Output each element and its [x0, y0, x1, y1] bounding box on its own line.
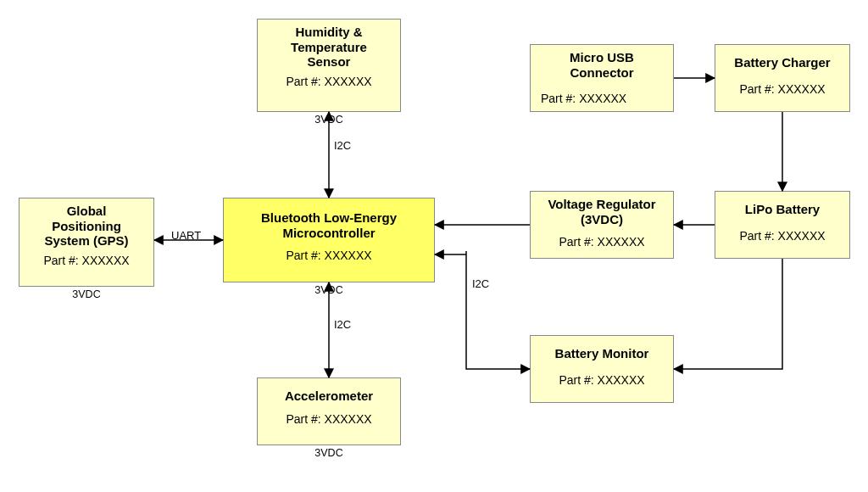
block-part: Part #: XXXXXX — [721, 229, 844, 243]
voltage-label: 3VDC — [19, 288, 154, 300]
block-title: Humidity &TemperatureSensor — [263, 25, 395, 70]
block-part: Part #: XXXXXX — [536, 373, 668, 388]
block-title: Battery Charger — [721, 55, 844, 70]
block-part: Part #: XXXXXX — [229, 249, 429, 263]
block-gps: GlobalPositioningSystem (GPS) Part #: XX… — [19, 198, 154, 287]
block-title: Bluetooth Low-EnergyMicrocontroller — [229, 210, 429, 240]
block-usb-connector: Micro USBConnector Part #: XXXXXX — [530, 44, 674, 112]
block-title: Voltage Regulator(3VDC) — [536, 197, 668, 226]
voltage-label: 3VDC — [257, 447, 401, 459]
block-title: Micro USBConnector — [536, 50, 668, 80]
block-voltage-regulator: Voltage Regulator(3VDC) Part #: XXXXXX — [530, 191, 674, 259]
block-title: GlobalPositioningSystem (GPS) — [25, 204, 148, 249]
voltage-label: 3VDC — [257, 114, 401, 126]
edge-label-i2c-top: I2C — [332, 139, 353, 152]
block-lipo-battery: LiPo Battery Part #: XXXXXX — [715, 191, 850, 259]
block-part: Part #: XXXXXX — [263, 412, 395, 427]
edge-label-i2c-right: I2C — [470, 277, 491, 290]
voltage-label: 3VDC — [223, 284, 435, 296]
block-part: Part #: XXXXXX — [721, 82, 844, 97]
block-ble-mcu: Bluetooth Low-EnergyMicrocontroller Part… — [223, 198, 435, 282]
block-title: Battery Monitor — [536, 346, 668, 361]
block-part: Part #: XXXXXX — [536, 235, 668, 249]
block-battery-charger: Battery Charger Part #: XXXXXX — [715, 44, 850, 112]
block-part: Part #: XXXXXX — [263, 75, 395, 89]
block-accelerometer: Accelerometer Part #: XXXXXX — [257, 377, 401, 445]
block-title: LiPo Battery — [721, 202, 844, 217]
block-humidity-temp-sensor: Humidity &TemperatureSensor Part #: XXXX… — [257, 19, 401, 112]
block-battery-monitor: Battery Monitor Part #: XXXXXX — [530, 335, 674, 403]
block-title: Accelerometer — [263, 389, 395, 404]
block-part: Part #: XXXXXX — [25, 254, 148, 268]
edge-label-uart: UART — [170, 229, 203, 242]
edge-label-i2c-bot: I2C — [332, 318, 353, 331]
block-part: Part #: XXXXXX — [536, 92, 668, 106]
